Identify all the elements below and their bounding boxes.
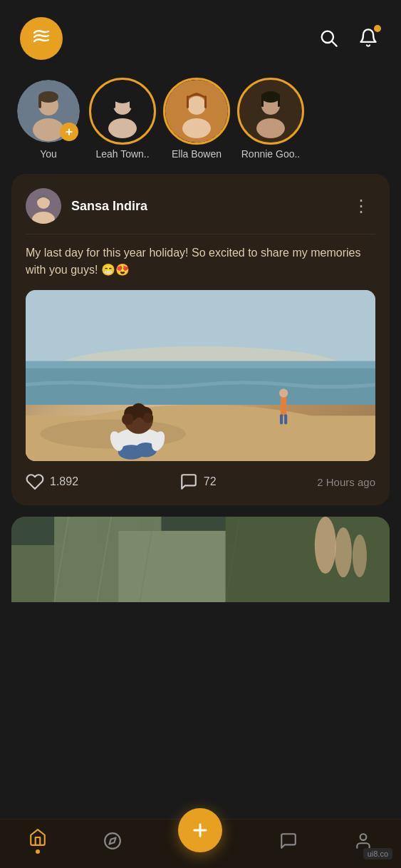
story-leah-label: Leah Town.. [95,148,149,160]
watermark: ui8.co [363,848,392,859]
story-avatar-leah [91,80,154,143]
post-action-comments: 72 [179,472,217,491]
svg-point-58 [315,517,336,574]
post-action-likes: 1.892 [26,472,78,491]
svg-point-40 [143,413,153,423]
svg-point-65 [360,834,367,840]
svg-point-59 [335,527,352,577]
story-add-icon: + [60,123,78,141]
story-leah[interactable]: Leah Town.. [91,80,154,160]
story-avatar-ronnie [239,80,302,143]
chat-icon [279,832,298,850]
comment-icon [179,472,198,491]
header-actions [316,25,381,53]
svg-point-61 [105,833,120,849]
like-button[interactable] [26,472,44,491]
story-you-label: You [40,148,57,160]
post-image [26,290,375,461]
nav-add-button[interactable] [178,808,222,852]
search-icon [318,28,338,48]
notification-badge [374,25,381,32]
post-text: My last day for this year holiday! So ex… [26,244,375,279]
story-ronnie[interactable]: Ronnie Goo.. [239,80,302,160]
comment-count: 72 [204,475,217,488]
story-leah-ring [89,78,156,145]
story-avatar-you: + [17,80,80,143]
svg-rect-47 [280,414,283,424]
more-icon: ⋮ [353,196,370,215]
home-icon [28,828,47,847]
story-ronnie-ring [237,78,304,145]
heart-icon [26,472,44,491]
post-user-info: Sansa Indira [26,188,147,224]
story-you[interactable]: + You [17,80,80,160]
header [0,0,401,71]
nav-home-button[interactable] [28,828,47,854]
nav-messages-button[interactable] [279,832,298,850]
story-ella-ring [163,78,230,145]
svg-rect-48 [284,414,287,424]
post-time: 2 Hours ago [317,476,375,488]
svg-point-46 [279,388,288,397]
plus-icon [190,820,210,840]
stories-section: + You Leah Town.. [0,71,401,174]
logo-icon [31,27,51,50]
post-username: Sansa Indira [71,199,147,214]
search-button[interactable] [316,25,341,53]
post-peek [11,517,390,602]
like-count: 1.892 [50,475,78,488]
post-card: Sansa Indira ⋮ My last day for this year… [11,174,390,505]
svg-rect-6 [38,97,41,108]
story-ella-label: Ella Bowen [172,148,222,160]
notification-button[interactable] [355,25,381,53]
post-actions: 1.892 72 2 Hours ago [26,472,375,491]
nav-active-dot [36,849,40,854]
svg-point-39 [122,413,133,425]
svg-point-60 [353,534,367,577]
logo-button[interactable] [20,17,63,60]
svg-marker-62 [109,837,115,844]
compass-icon [103,832,122,850]
post-more-button[interactable]: ⋮ [347,193,375,219]
post-avatar [26,188,61,224]
svg-point-5 [38,91,58,103]
comment-button[interactable] [179,472,198,491]
story-avatar-ella [165,80,228,143]
story-ronnie-label: Ronnie Goo.. [241,148,301,160]
post-header: Sansa Indira ⋮ [26,188,375,224]
svg-line-1 [332,41,336,46]
nav-explore-button[interactable] [103,832,122,850]
svg-rect-45 [281,396,286,417]
story-ella[interactable]: Ella Bowen [165,80,228,160]
bottom-nav [0,819,401,868]
post-divider [26,234,375,234]
